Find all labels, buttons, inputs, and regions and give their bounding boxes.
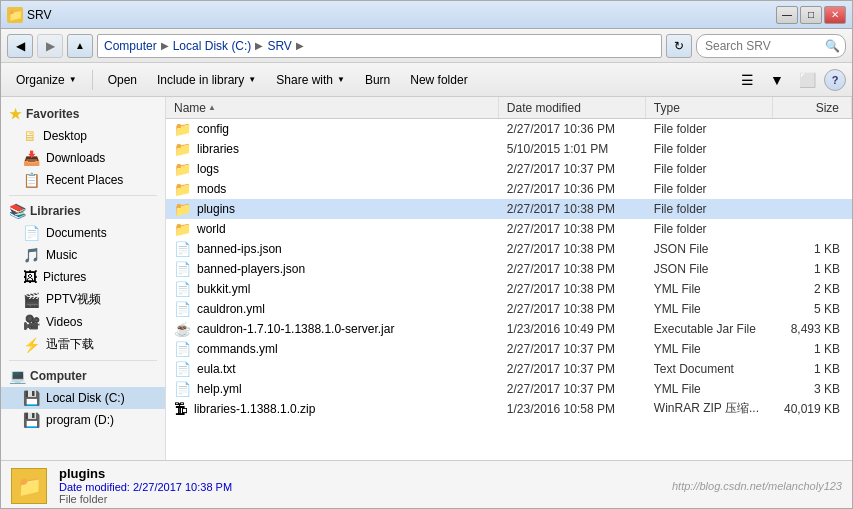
sidebar-item-xunlei[interactable]: ⚡ 迅雷下载 bbox=[1, 333, 165, 356]
status-info: plugins Date modified: 2/27/2017 10:38 P… bbox=[59, 466, 232, 505]
local-disk-c-icon: 💾 bbox=[23, 390, 40, 406]
file-name-label: eula.txt bbox=[197, 362, 236, 376]
col-name-label: Name bbox=[174, 101, 206, 115]
open-button[interactable]: Open bbox=[99, 67, 146, 93]
col-date-label: Date modified bbox=[507, 101, 581, 115]
file-type-cell: WinRAR ZIP 压缩... bbox=[646, 399, 773, 418]
file-date-cell: 2/27/2017 10:38 PM bbox=[499, 279, 646, 298]
table-row[interactable]: 🗜 libraries-1.1388.1.0.zip 1/23/2016 10:… bbox=[166, 399, 852, 419]
new-folder-button[interactable]: New folder bbox=[401, 67, 476, 93]
close-button[interactable]: ✕ bbox=[824, 6, 846, 24]
file-icon: 📄 bbox=[174, 381, 191, 397]
search-wrap: 🔍 bbox=[696, 34, 846, 58]
file-size-cell bbox=[773, 179, 852, 198]
col-header-size[interactable]: Size bbox=[773, 97, 852, 118]
table-row[interactable]: 📄 commands.yml 2/27/2017 10:37 PM YML Fi… bbox=[166, 339, 852, 359]
file-date-cell: 2/27/2017 10:37 PM bbox=[499, 359, 646, 378]
file-icon: 📁 bbox=[174, 161, 191, 177]
help-button[interactable]: ? bbox=[824, 69, 846, 91]
table-row[interactable]: ☕ cauldron-1.7.10-1.1388.1.0-server.jar … bbox=[166, 319, 852, 339]
sidebar-item-local-disk-c-label: Local Disk (C:) bbox=[46, 391, 125, 405]
libraries-icon: 📚 bbox=[9, 203, 26, 219]
table-row[interactable]: 📁 world 2/27/2017 10:38 PM File folder bbox=[166, 219, 852, 239]
table-row[interactable]: 📁 mods 2/27/2017 10:36 PM File folder bbox=[166, 179, 852, 199]
sidebar-item-recent-places[interactable]: 📋 Recent Places bbox=[1, 169, 165, 191]
sidebar-favorites-header[interactable]: ★ Favorites bbox=[1, 103, 165, 125]
table-row[interactable]: 📁 plugins 2/27/2017 10:38 PM File folder bbox=[166, 199, 852, 219]
file-name-label: plugins bbox=[197, 202, 235, 216]
breadcrumb-srv[interactable]: SRV bbox=[267, 39, 291, 53]
program-d-icon: 💾 bbox=[23, 412, 40, 428]
file-type-cell: File folder bbox=[646, 139, 773, 158]
forward-button[interactable]: ▶ bbox=[37, 34, 63, 58]
file-icon: 📄 bbox=[174, 261, 191, 277]
maximize-button[interactable]: □ bbox=[800, 6, 822, 24]
file-icon: 📁 bbox=[174, 181, 191, 197]
sidebar-item-local-disk-c[interactable]: 💾 Local Disk (C:) bbox=[1, 387, 165, 409]
file-size-cell bbox=[773, 219, 852, 238]
file-date-cell: 1/23/2016 10:49 PM bbox=[499, 319, 646, 338]
file-name-label: libraries-1.1388.1.0.zip bbox=[194, 402, 315, 416]
table-row[interactable]: 📄 cauldron.yml 2/27/2017 10:38 PM YML Fi… bbox=[166, 299, 852, 319]
file-type-cell: File folder bbox=[646, 179, 773, 198]
file-type-cell: File folder bbox=[646, 119, 773, 138]
file-name-label: help.yml bbox=[197, 382, 242, 396]
search-input[interactable] bbox=[696, 34, 846, 58]
file-list-container: Name ▲ Date modified Type Size 📁 config … bbox=[166, 97, 852, 460]
title-bar: 📁 SRV — □ ✕ bbox=[1, 1, 852, 29]
view-dropdown-button[interactable]: ▼ bbox=[764, 67, 790, 93]
file-name-label: libraries bbox=[197, 142, 239, 156]
refresh-button[interactable]: ↻ bbox=[666, 34, 692, 58]
include-dropdown-arrow: ▼ bbox=[248, 75, 256, 84]
window-controls: — □ ✕ bbox=[776, 6, 846, 24]
pptv-icon: 🎬 bbox=[23, 292, 40, 308]
file-icon: 📁 bbox=[174, 201, 191, 217]
sidebar-item-desktop[interactable]: 🖥 Desktop bbox=[1, 125, 165, 147]
burn-button[interactable]: Burn bbox=[356, 67, 399, 93]
sidebar-item-documents[interactable]: 📄 Documents bbox=[1, 222, 165, 244]
view-details-button[interactable]: ☰ bbox=[734, 67, 760, 93]
file-name-cell: 📁 mods bbox=[166, 179, 499, 198]
sidebar-item-videos[interactable]: 🎥 Videos bbox=[1, 311, 165, 333]
sidebar-item-downloads[interactable]: 📥 Downloads bbox=[1, 147, 165, 169]
file-list: 📁 config 2/27/2017 10:36 PM File folder … bbox=[166, 119, 852, 460]
file-date-cell: 2/27/2017 10:38 PM bbox=[499, 199, 646, 218]
breadcrumb[interactable]: Computer ▶ Local Disk (C:) ▶ SRV ▶ bbox=[97, 34, 662, 58]
share-with-button[interactable]: Share with ▼ bbox=[267, 67, 354, 93]
col-header-date[interactable]: Date modified bbox=[499, 97, 646, 118]
table-row[interactable]: 📄 eula.txt 2/27/2017 10:37 PM Text Docum… bbox=[166, 359, 852, 379]
breadcrumb-computer[interactable]: Computer bbox=[104, 39, 157, 53]
breadcrumb-localdisk[interactable]: Local Disk (C:) bbox=[173, 39, 252, 53]
file-icon: 📁 bbox=[174, 221, 191, 237]
minimize-button[interactable]: — bbox=[776, 6, 798, 24]
sidebar-computer-header[interactable]: 💻 Computer bbox=[1, 365, 165, 387]
up-button[interactable]: ▲ bbox=[67, 34, 93, 58]
file-name-label: bukkit.yml bbox=[197, 282, 250, 296]
file-size-cell: 1 KB bbox=[773, 259, 852, 278]
table-row[interactable]: 📄 banned-players.json 2/27/2017 10:38 PM… bbox=[166, 259, 852, 279]
preview-pane-button[interactable]: ⬜ bbox=[794, 67, 820, 93]
include-in-library-button[interactable]: Include in library ▼ bbox=[148, 67, 265, 93]
col-header-type[interactable]: Type bbox=[646, 97, 773, 118]
organize-button[interactable]: Organize ▼ bbox=[7, 67, 86, 93]
file-type-cell: YML File bbox=[646, 379, 773, 398]
col-header-name[interactable]: Name ▲ bbox=[166, 97, 499, 118]
file-size-cell: 40,019 KB bbox=[773, 399, 852, 418]
sidebar-item-music[interactable]: 🎵 Music bbox=[1, 244, 165, 266]
file-size-cell bbox=[773, 199, 852, 218]
table-row[interactable]: 📁 config 2/27/2017 10:36 PM File folder bbox=[166, 119, 852, 139]
file-type-cell: File folder bbox=[646, 159, 773, 178]
table-row[interactable]: 📄 banned-ips.json 2/27/2017 10:38 PM JSO… bbox=[166, 239, 852, 259]
sidebar-libraries-header[interactable]: 📚 Libraries bbox=[1, 200, 165, 222]
sidebar-item-pptv[interactable]: 🎬 PPTV视频 bbox=[1, 288, 165, 311]
back-button[interactable]: ◀ bbox=[7, 34, 33, 58]
table-row[interactable]: 📁 libraries 5/10/2015 1:01 PM File folde… bbox=[166, 139, 852, 159]
file-size-cell: 1 KB bbox=[773, 359, 852, 378]
table-row[interactable]: 📄 help.yml 2/27/2017 10:37 PM YML File 3… bbox=[166, 379, 852, 399]
table-row[interactable]: 📁 logs 2/27/2017 10:37 PM File folder bbox=[166, 159, 852, 179]
sidebar-item-desktop-label: Desktop bbox=[43, 129, 87, 143]
sidebar-item-program-d[interactable]: 💾 program (D:) bbox=[1, 409, 165, 431]
sidebar-item-pictures[interactable]: 🖼 Pictures bbox=[1, 266, 165, 288]
file-size-cell: 2 KB bbox=[773, 279, 852, 298]
table-row[interactable]: 📄 bukkit.yml 2/27/2017 10:38 PM YML File… bbox=[166, 279, 852, 299]
